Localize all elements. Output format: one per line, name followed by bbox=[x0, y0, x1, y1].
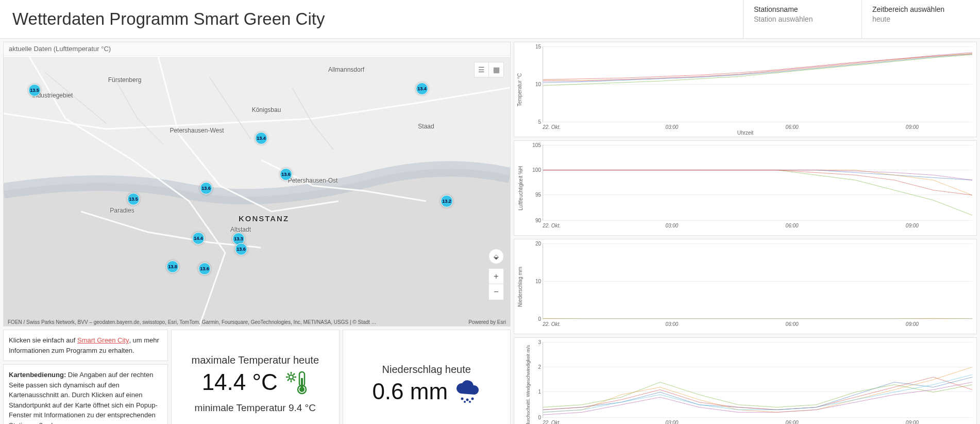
chart-ytick: 100 bbox=[528, 167, 541, 173]
chart-xtick: 09:00 bbox=[906, 124, 919, 130]
chart-ytick: 10 bbox=[528, 279, 541, 284]
chart-ytick: 10 bbox=[528, 81, 541, 87]
zoom-control: + − bbox=[488, 268, 504, 300]
map-place-label: Petershausen-Ost bbox=[288, 177, 338, 184]
info-help-box: Kartenbedienung: Die Angaben auf der rec… bbox=[3, 364, 168, 424]
stat-temperature: maximale Temperatur heute 14.4 °C minima… bbox=[171, 330, 340, 424]
svg-point-14 bbox=[461, 397, 464, 400]
chart-xtick: 09:00 bbox=[906, 321, 919, 327]
chart-precipitation[interactable]: Niederschlag mm 0102022. Okt.03:0006:000… bbox=[514, 239, 977, 334]
map-station-marker[interactable]: 13.6 bbox=[280, 168, 292, 181]
map-place-label: Petershausen-West bbox=[170, 127, 224, 134]
timerange-value: heute bbox=[872, 15, 970, 23]
chart-humidity[interactable]: Luftfeuchtigkeit %H 909510010522. Okt.03… bbox=[514, 140, 977, 236]
map-attribution: FOEN / Swiss Parks Network, BVV – geodat… bbox=[8, 319, 377, 325]
svg-rect-13 bbox=[301, 378, 303, 388]
svg-point-18 bbox=[469, 401, 471, 403]
chart-xtick: 22. Okt. bbox=[543, 223, 561, 229]
stat-precipitation: Niederschlag heute 0.6 mm bbox=[343, 330, 511, 424]
chart-xtick: 09:00 bbox=[906, 420, 919, 424]
svg-point-17 bbox=[464, 401, 466, 403]
map-place-label: Staad bbox=[418, 123, 434, 130]
map-place-label: Paradies bbox=[110, 207, 134, 214]
map[interactable]: AllmannsdorfFürstenbergIndustriegebietKö… bbox=[4, 57, 510, 326]
chart-temp-xlabel: Uhrzeit bbox=[737, 130, 754, 136]
chart-ytick: 20 bbox=[528, 241, 541, 247]
chart-temperature[interactable]: Temperatur °C 5101522. Okt.03:0006:0009:… bbox=[514, 42, 977, 137]
chart-wind[interactable]: durchschnittl. Windgeschwindigkeit m/s 0… bbox=[514, 337, 977, 424]
thermometer-sun-icon bbox=[284, 370, 309, 395]
legend-icon[interactable]: ☰ bbox=[475, 62, 489, 77]
chart-ytick: 0 bbox=[528, 415, 541, 420]
svg-point-15 bbox=[466, 398, 469, 401]
chart-ytick: 105 bbox=[528, 142, 541, 148]
chart-xtick: 06:00 bbox=[786, 223, 799, 229]
station-label: Stationsname bbox=[754, 5, 851, 13]
chart-ytick: 1 bbox=[528, 389, 541, 395]
info-help-text: Die Angaben auf der rechten Seite passen… bbox=[9, 371, 158, 424]
svg-point-16 bbox=[471, 397, 474, 400]
map-station-marker[interactable]: 13.2 bbox=[441, 195, 453, 207]
timerange-label: Zeitbereich auswählen bbox=[872, 5, 970, 13]
station-selector[interactable]: Stationsname Station auswählen bbox=[743, 0, 861, 38]
chart-ytick: 95 bbox=[528, 192, 541, 198]
info-text-1a: Klicken sie einfach auf bbox=[9, 336, 77, 344]
map-station-marker[interactable]: 13.6 bbox=[235, 243, 247, 255]
svg-line-7 bbox=[293, 379, 295, 381]
map-station-marker[interactable]: 13.5 bbox=[28, 84, 41, 96]
map-basemap bbox=[4, 57, 510, 326]
map-panel: aktuelle Daten (Lufttemperatur °C) bbox=[3, 42, 511, 327]
temp-min-text: minimale Temperatur 9.4 °C bbox=[195, 402, 316, 414]
chart-ytick: 5 bbox=[528, 119, 541, 125]
temp-max-value: 14.4 °C bbox=[202, 369, 278, 395]
chart-wind-ylabel: durchschnittl. Windgeschwindigkeit m/s bbox=[526, 345, 531, 424]
chart-ytick: 90 bbox=[528, 218, 541, 223]
chart-ytick: 3 bbox=[528, 339, 541, 345]
rain-value: 0.6 mm bbox=[372, 379, 448, 404]
map-station-marker[interactable]: 13.6 bbox=[198, 263, 211, 275]
zoom-in-button[interactable]: + bbox=[489, 269, 503, 284]
chart-xtick: 03:00 bbox=[665, 124, 678, 130]
map-place-label: Altstadt bbox=[230, 226, 251, 233]
chart-humid-ylabel: Luftfeuchtigkeit %H bbox=[518, 166, 523, 210]
map-place-label: KONSTANZ bbox=[239, 214, 289, 223]
svg-line-6 bbox=[288, 373, 289, 375]
svg-line-9 bbox=[293, 373, 295, 375]
map-place-label: Königsbau bbox=[252, 106, 281, 113]
map-place-label: Fürstenberg bbox=[108, 76, 142, 84]
map-station-marker[interactable]: 13.4 bbox=[416, 83, 428, 95]
map-station-marker[interactable]: 13.5 bbox=[127, 193, 140, 205]
svg-point-1 bbox=[289, 375, 293, 379]
chart-precip-ylabel: Niederschlag mm bbox=[517, 267, 523, 307]
map-layer-tools: ☰ ▦ bbox=[474, 62, 504, 77]
chart-temp-ylabel: Temperatur °C bbox=[517, 73, 522, 106]
map-station-marker[interactable]: 13.8 bbox=[166, 260, 179, 273]
chart-xtick: 22. Okt. bbox=[543, 124, 561, 130]
info-help-heading: Kartenbedienung: bbox=[9, 371, 66, 379]
chart-xtick: 06:00 bbox=[786, 321, 799, 327]
compass-icon[interactable]: ⬙ bbox=[488, 249, 504, 264]
page-title: Wetterdaten Programm Smart Green City bbox=[0, 0, 743, 38]
chart-xtick: 06:00 bbox=[786, 124, 799, 130]
rain-label: Niederschlag heute bbox=[382, 364, 471, 376]
rain-cloud-icon bbox=[454, 380, 481, 403]
info-link-box: Klicken sie einfach auf Smart Green City… bbox=[3, 330, 168, 361]
chart-xtick: 03:00 bbox=[665, 420, 678, 424]
map-station-marker[interactable]: 13.4 bbox=[255, 132, 267, 144]
map-place-label: Allmannsdorf bbox=[328, 66, 364, 73]
chart-xtick: 22. Okt. bbox=[543, 321, 561, 327]
station-value: Station auswählen bbox=[754, 15, 851, 23]
basemap-icon[interactable]: ▦ bbox=[489, 62, 503, 77]
smart-green-city-link[interactable]: Smart Green City bbox=[77, 336, 129, 344]
header: Wetterdaten Programm Smart Green City St… bbox=[0, 0, 980, 39]
map-station-marker[interactable]: 14.4 bbox=[192, 232, 205, 244]
timerange-selector[interactable]: Zeitbereich auswählen heute bbox=[861, 0, 980, 38]
map-station-marker[interactable]: 13.6 bbox=[200, 182, 212, 194]
temp-max-label: maximale Temperatur heute bbox=[191, 354, 319, 366]
zoom-out-button[interactable]: − bbox=[489, 284, 503, 300]
svg-line-8 bbox=[288, 379, 289, 381]
map-powered-by: Powered by Esri bbox=[468, 319, 506, 325]
chart-ytick: 0 bbox=[528, 316, 541, 322]
chart-xtick: 22. Okt. bbox=[543, 420, 561, 424]
chart-xtick: 03:00 bbox=[665, 321, 678, 327]
